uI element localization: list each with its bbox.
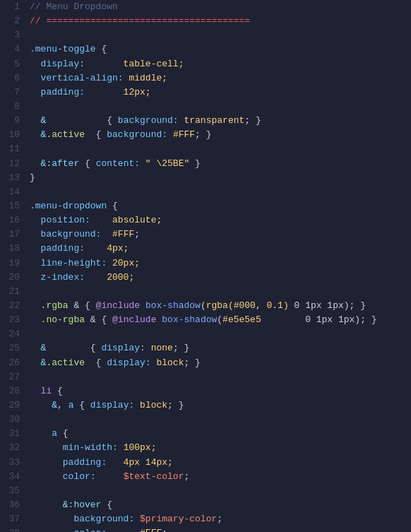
token-prop: display:: [107, 357, 150, 368]
token-val: 100px;: [118, 442, 157, 453]
code-line: [30, 185, 407, 199]
line-number: 37: [4, 512, 20, 526]
code-line: & { background: transparent; }: [30, 114, 407, 128]
token-prop: color:: [30, 528, 107, 532]
token-plain: [30, 300, 41, 311]
line-number: 9: [4, 114, 20, 128]
line-number: 8: [4, 100, 20, 114]
token-plain: {: [101, 500, 112, 510]
code-content: // Menu Dropdown// =====================…: [25, 0, 411, 532]
line-number: 14: [4, 185, 20, 199]
token-plain: [134, 400, 140, 410]
line-number: 6: [4, 71, 20, 85]
token-li: li: [30, 386, 52, 396]
code-line: & { display: none; }: [30, 341, 407, 355]
line-number: 29: [4, 398, 20, 413]
token-class: .active: [46, 357, 85, 368]
token-plain: }: [189, 158, 201, 169]
line-number: 20: [4, 271, 20, 285]
token-val: block: [140, 400, 167, 410]
token-plain: {: [46, 343, 101, 353]
token-brace: {: [107, 201, 118, 211]
token-plain: (: [217, 314, 222, 325]
token-plain: [145, 343, 151, 353]
token-val: absolute;: [90, 215, 162, 225]
token-comment-red: // =====================================: [30, 16, 250, 26]
code-line: line-height: 20px;: [30, 256, 407, 271]
code-line: &, a { display: block; }: [30, 398, 407, 413]
line-number: 18: [4, 242, 20, 256]
token-val: 4px;: [85, 243, 129, 254]
line-number: 32: [4, 441, 20, 455]
token-mixin: box-shadow: [145, 300, 201, 311]
line-number: 35: [4, 484, 20, 498]
token-brace: }: [30, 172, 35, 183]
token-prop: padding:: [30, 243, 85, 254]
line-number: 10: [4, 128, 20, 142]
token-hash: #FFF: [140, 528, 162, 532]
line-number: 13: [4, 171, 20, 185]
code-line: .rgba & { @include box-shadow(rgba(#000,…: [30, 299, 407, 313]
code-line: li {: [30, 384, 407, 398]
line-number: 11: [4, 142, 20, 156]
token-selector: .menu-toggle: [30, 44, 96, 54]
token-prop: display:: [101, 343, 145, 353]
token-plain: {: [57, 428, 68, 439]
token-plain: [140, 158, 145, 169]
code-line: .menu-toggle {: [30, 42, 407, 57]
token-prop: position:: [30, 215, 90, 225]
token-plain: ; }: [184, 357, 200, 368]
token-plain: 0 1px 1px); }: [289, 300, 366, 311]
token-plain: ;: [184, 471, 189, 482]
code-line: [30, 100, 407, 114]
code-line: }: [30, 171, 407, 185]
code-line: [30, 413, 407, 427]
token-prop: z-index:: [30, 272, 85, 283]
token-amp: &: [30, 357, 46, 368]
token-plain: & {: [85, 314, 112, 325]
code-line: &.active { display: block; }: [30, 356, 407, 370]
token-plain: [30, 314, 41, 325]
line-number: 36: [4, 498, 20, 512]
code-line: vertical-align: middle;: [30, 71, 407, 85]
token-prop: display:: [90, 400, 134, 410]
token-val: block: [156, 357, 184, 368]
token-plain: [134, 514, 140, 524]
token-plain: 0 1px 1px); }: [261, 314, 377, 325]
code-line: background: $primary-color;: [30, 512, 407, 526]
line-number: 21: [4, 285, 20, 299]
token-val: 4px 14px;: [107, 457, 173, 468]
code-line: .no-rgba & { @include box-shadow(#e5e5e5…: [30, 313, 407, 327]
line-number: 22: [4, 299, 20, 313]
line-number: 4: [4, 42, 20, 57]
token-comment: // Menu Dropdown: [30, 1, 118, 12]
code-line: // =====================================: [30, 14, 407, 28]
line-number: 15: [4, 199, 20, 213]
token-hash: #FFF: [173, 129, 195, 140]
line-number: 12: [4, 157, 20, 171]
token-hash: #e5e5e5: [222, 314, 261, 325]
code-line: [30, 28, 407, 42]
token-class: .rgba: [41, 300, 68, 311]
token-val: none: [151, 343, 173, 353]
token-val: 2000;: [85, 272, 134, 283]
code-line: padding: 4px;: [30, 242, 407, 256]
code-line: [30, 484, 407, 498]
code-line: color: $text-color;: [30, 470, 407, 484]
line-number: 3: [4, 28, 20, 42]
code-line: [30, 142, 407, 156]
code-line: z-index: 2000;: [30, 271, 407, 285]
token-plain: [107, 528, 140, 532]
token-plain: [30, 428, 52, 439]
code-line: position: absolute;: [30, 213, 407, 227]
code-line: [30, 327, 407, 341]
code-line: .menu-dropdown {: [30, 199, 407, 213]
token-dolvar: $text-color: [124, 471, 184, 482]
line-number: 28: [4, 384, 20, 398]
token-brace: {: [96, 44, 107, 54]
token-amp: &: [30, 129, 46, 140]
token-val: 20px;: [107, 258, 140, 268]
token-amp: &: [30, 343, 46, 353]
token-amp: &:hover: [30, 500, 101, 510]
code-line: // Menu Dropdown: [30, 0, 407, 14]
